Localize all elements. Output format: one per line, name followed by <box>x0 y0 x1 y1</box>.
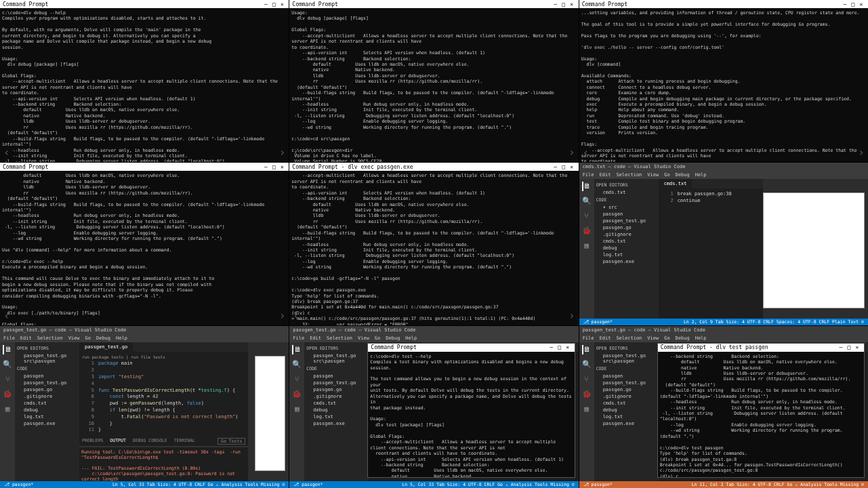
close[interactable]: ✕ <box>564 344 572 350</box>
terminal-output[interactable]: --accept-multiclient Allows a headless s… <box>289 171 578 325</box>
i[interactable]: log.txt <box>306 413 367 420</box>
titlebar[interactable]: Command Prompt—□✕ <box>0 163 289 171</box>
i[interactable]: passgen <box>596 373 657 380</box>
i[interactable]: passgen.exe <box>306 420 367 427</box>
next-arrow[interactable]: › <box>858 146 865 159</box>
min-button[interactable]: — <box>841 1 849 7</box>
file-exe[interactable]: passgen.exe <box>596 258 657 265</box>
menu-selection[interactable]: Selection <box>616 172 642 178</box>
output-select[interactable]: Go Tests <box>218 438 245 445</box>
i[interactable]: passgen.go <box>596 386 657 393</box>
close-button[interactable]: ✕ <box>568 1 576 7</box>
file[interactable]: .gitignore <box>17 393 77 400</box>
titlebar[interactable]: Command Prompt—□✕ <box>289 0 578 8</box>
prev-arrow[interactable]: ‹ <box>3 309 10 322</box>
m[interactable]: File <box>293 336 304 341</box>
debug-icon[interactable]: 🐞 <box>3 390 12 399</box>
i[interactable]: passgen.exe <box>596 420 657 427</box>
max[interactable]: □ <box>556 344 564 350</box>
m[interactable]: Go <box>664 336 669 341</box>
i[interactable]: debug <box>306 407 367 413</box>
titlebar[interactable]: Command Prompt - dlv exec passgen.exe—□✕ <box>289 163 578 171</box>
b[interactable]: ⎇ passgen* <box>583 482 613 487</box>
editor[interactable]: 1break passgen.go:38 2continue <box>659 188 764 318</box>
explorer-icon[interactable]: 🗎 <box>3 345 12 354</box>
menu-help[interactable]: Help <box>695 172 707 178</box>
open-hdr[interactable]: OPEN EDITORS <box>17 344 77 352</box>
m[interactable]: Selection <box>327 336 352 341</box>
prev-arrow[interactable]: ‹ <box>583 146 590 159</box>
folder[interactable]: passgen <box>17 373 77 380</box>
menu-edit[interactable]: Edit <box>600 172 611 178</box>
titlebar[interactable]: Command Prompt—□✕ <box>0 0 289 8</box>
menu-file[interactable]: File <box>583 172 594 178</box>
open-editors-hdr[interactable]: OPEN EDITORS <box>596 181 657 189</box>
vs-title[interactable]: passgen_test.go — code — Visual Studio C… <box>0 326 289 334</box>
m[interactable]: Debug <box>676 336 690 341</box>
max-button[interactable]: □ <box>560 1 568 7</box>
floating-cmd[interactable]: Command Prompt—□✕ c:\code>dlv test --hel… <box>367 343 575 478</box>
m[interactable]: Edit <box>600 336 611 341</box>
tab-output[interactable]: OUTPUT <box>110 438 125 445</box>
sb[interactable]: ⎇ passgen*Ln 11, Col 2 Tab Size: 4 UTF-8… <box>579 481 868 488</box>
i[interactable]: passgen.go <box>306 386 367 393</box>
titlebar[interactable]: Command Prompt—□✕ <box>579 0 868 8</box>
menu-edit[interactable]: Edit <box>20 336 32 341</box>
ext-icon[interactable]: ▦ <box>582 405 592 414</box>
close-button[interactable]: ✕ <box>857 1 865 7</box>
file-go[interactable]: passgen.go <box>596 224 657 231</box>
close-button[interactable]: ✕ <box>278 1 286 7</box>
min[interactable]: — <box>837 344 845 350</box>
scm-icon[interactable]: ⑂ <box>582 375 592 384</box>
menu-view[interactable]: View <box>68 336 80 341</box>
terminal-output[interactable]: c:\code>dlv debug --help Compiles your p… <box>0 8 289 162</box>
statusbar[interactable]: ⎇ passgen*Ln 2, Col 9 Tab Size: 4 UTF-8 … <box>579 319 868 325</box>
term[interactable]: c:\code>dlv test --help Compiles a test … <box>368 352 574 477</box>
menu-view[interactable]: View <box>647 172 659 178</box>
m[interactable]: File <box>583 336 594 341</box>
vs-title[interactable]: cmds.txt — code — Visual Studio Code <box>579 163 868 171</box>
file[interactable]: debug <box>17 407 77 413</box>
code-hdr[interactable]: CODE <box>17 365 77 373</box>
branch[interactable]: ⎇ passgen* <box>4 482 33 487</box>
next-arrow[interactable]: › <box>569 309 575 322</box>
m[interactable]: Selection <box>616 336 642 341</box>
min-button[interactable]: — <box>552 1 560 7</box>
sb[interactable]: ⎇ passgen*Ln 5, Col 33 Tab Size: 4 UTF-8… <box>289 481 578 488</box>
r[interactable]: Ln 5, Col 33 Tab Size: 4 UTF-8 CRLF Go ⚠… <box>402 482 574 487</box>
menu-go[interactable]: Go <box>664 172 669 178</box>
file-test[interactable]: passgen_test.go <box>596 218 657 224</box>
i[interactable]: passgen_test.go <box>596 380 657 386</box>
status-right[interactable]: Ln 2, Col 9 Tab Size: 4 UTF-8 CRLF Space… <box>684 319 864 325</box>
menu-help[interactable]: Help <box>116 336 127 341</box>
m[interactable]: Edit <box>310 336 321 341</box>
close[interactable]: ✕ <box>853 344 861 350</box>
file[interactable]: passgen.go <box>17 386 77 393</box>
m[interactable]: Help <box>695 336 707 341</box>
i[interactable]: passgen <box>306 373 367 380</box>
scm-icon[interactable]: ⑂ <box>3 375 12 384</box>
h[interactable]: CODE <box>596 365 657 373</box>
search-icon[interactable]: 🔍 <box>3 360 12 369</box>
next-arrow[interactable]: › <box>279 146 286 159</box>
m[interactable]: View <box>358 336 369 341</box>
editor[interactable]: run package tests | run file tests 1pack… <box>79 352 248 437</box>
i[interactable]: passgen_test.go src\passgen <box>306 352 367 365</box>
max[interactable]: □ <box>845 344 853 350</box>
m[interactable]: Debug <box>386 336 400 341</box>
prev-arrow[interactable]: ‹ <box>3 146 10 159</box>
folder-passgen[interactable]: passgen <box>596 211 657 218</box>
open-item[interactable]: cmds.txt <box>596 189 657 196</box>
terminal-output[interactable]: ...setting variables, and providing info… <box>579 8 868 162</box>
debug-icon[interactable]: 🐞 <box>582 390 592 399</box>
ext-icon[interactable]: ▦ <box>582 241 592 251</box>
file[interactable]: passgen_test.go <box>17 380 77 386</box>
i[interactable]: cmds.txt <box>596 400 657 407</box>
floating-cmd[interactable]: Command Prompt - dlv test passgen—□✕ --b… <box>657 343 865 478</box>
menu-selection[interactable]: Selection <box>37 336 63 341</box>
menu-debug[interactable]: Debug <box>96 336 110 341</box>
float[interactable] <box>255 356 285 471</box>
search-icon[interactable]: 🔍 <box>582 197 592 206</box>
i[interactable]: cmds.txt <box>306 400 367 407</box>
file-log[interactable]: log.txt <box>596 251 657 258</box>
